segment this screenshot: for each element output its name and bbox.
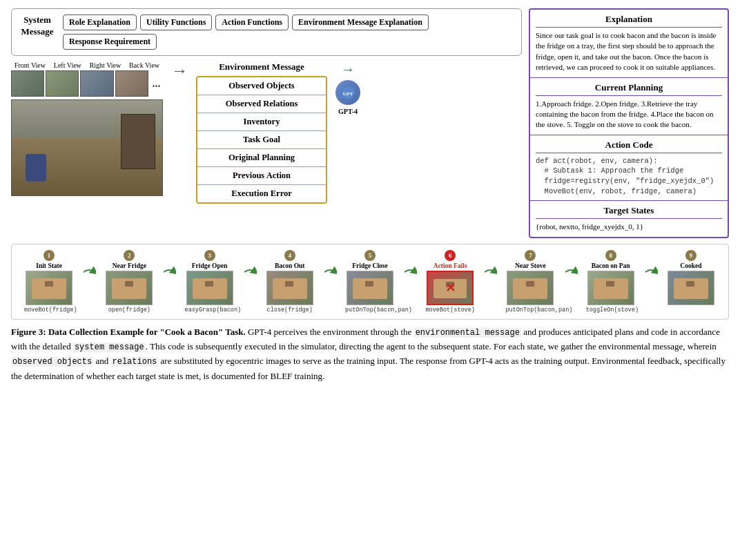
env-item-execution-error: Execution Error <box>197 185 326 202</box>
back-view-thumb <box>115 70 148 97</box>
step-item-8: 8Bacon on PantoggleOn(stove) <box>578 250 644 313</box>
right-panel: Explanation Since our task goal is to co… <box>529 8 729 238</box>
explanation-title: Explanation <box>536 14 722 28</box>
sequence-section: 1Init StatemoveBot(fridge)2Near Fridgeop… <box>11 244 729 320</box>
view-thumbnails: ... <box>11 70 163 97</box>
step-number-5: 5 <box>364 250 376 261</box>
step-label-4: Bacon Out <box>275 262 305 269</box>
step-action-8: toggleOn(stove) <box>586 307 636 313</box>
step-number-2: 2 <box>124 250 135 261</box>
step-action-1: moveBot(fridge) <box>24 307 74 313</box>
top-section: System Message Role Explanation Utility … <box>11 8 729 238</box>
step-number-4: 4 <box>284 250 295 261</box>
step-thumb-9 <box>668 271 714 305</box>
step-number-1: 1 <box>43 250 55 261</box>
gpt-arrow-col: → GPT GPT-4 <box>333 61 363 115</box>
step-arrow-5 <box>403 265 417 279</box>
camera-views: Front View Left View Right View Back Vie… <box>11 61 163 196</box>
front-view-thumb <box>11 70 44 97</box>
left-column: System Message Role Explanation Utility … <box>11 8 522 238</box>
btn-utility-functions[interactable]: Utility Functions <box>140 15 212 30</box>
system-message-label: System Message <box>17 15 57 50</box>
step-action-4: close(fridge) <box>267 307 313 313</box>
step-arrow-3 <box>243 265 257 279</box>
btn-env-message-explanation[interactable]: Environment Message Explanation <box>292 15 429 30</box>
step-thumb-1 <box>26 271 72 305</box>
step-item-7: 7Near StoveputOnTop(bacon,pan) <box>497 250 563 313</box>
step-thumb-3 <box>186 271 233 305</box>
step-item-1: 1Init StatemoveBot(fridge) <box>16 250 82 313</box>
figure-caption: Figure 3: Data Collection Example for "C… <box>11 325 729 383</box>
explanation-body: Since our task goal is to cook bacon and… <box>536 30 722 73</box>
step-label-9: Cooked <box>680 262 701 269</box>
step-number-9: 9 <box>685 250 697 261</box>
action-code-title: Action Code <box>536 139 722 153</box>
fail-x-mark: ✕ <box>445 280 456 296</box>
step-label-6: Action Fails <box>434 262 467 269</box>
front-view-label: Front View <box>14 61 46 69</box>
left-view-thumb <box>46 70 79 97</box>
step-number-8: 8 <box>605 250 616 261</box>
step-action-7: putOnTop(bacon,pan) <box>505 307 555 313</box>
sequence-steps: 1Init StatemoveBot(fridge)2Near Fridgeop… <box>16 250 724 313</box>
step-action-5: putOnTop(bacon,pan) <box>345 307 395 313</box>
environment-section: Front View Left View Right View Back Vie… <box>11 61 522 204</box>
env-item-task-goal: Task Goal <box>197 131 326 149</box>
main-view-inner <box>12 100 162 195</box>
step-arrow-1 <box>82 265 96 279</box>
caption-bold: Data Collection Example for "Cook a Baco… <box>46 327 246 337</box>
current-planning-body: 1.Approach fridge. 2.Open fridge. 3.Retr… <box>536 99 722 131</box>
action-code-section: Action Code def act(robot, env, camera):… <box>530 135 728 202</box>
step-item-2: 2Near Fridgeopen(fridge) <box>96 250 162 313</box>
step-thumb-5 <box>347 271 393 305</box>
figure-label: Figure 3: <box>11 327 46 337</box>
step-item-9: 9Cooked <box>658 250 724 305</box>
btn-action-functions[interactable]: Action Functions <box>215 15 289 30</box>
btn-response-requirement[interactable]: Response Requirement <box>63 34 157 50</box>
step-item-3: 3Fridge OpeneasyGrasp(bacon) <box>176 250 242 313</box>
step-label-2: Near Fridge <box>113 262 146 269</box>
env-items-list: Observed Objects Observed Relations Inve… <box>196 76 327 204</box>
caption-code3: observed objects <box>11 357 93 367</box>
room-robot <box>26 154 46 182</box>
environment-message-box: Environment Message Observed Objects Obs… <box>196 61 327 204</box>
target-states-body: {robot, nextto, fridge_xyejdx_0, 1} <box>536 222 722 232</box>
step-action-6: moveBot(stove) <box>425 307 474 313</box>
step-arrow-6 <box>483 265 497 279</box>
explanation-section: Explanation Since our task goal is to co… <box>530 10 728 78</box>
back-view-label: Back View <box>129 61 159 69</box>
right-view-thumb <box>80 70 113 97</box>
step-number-6: 6 <box>445 250 456 261</box>
caption-code1: environmental message <box>414 328 521 338</box>
step-thumb-2 <box>106 271 153 305</box>
gpt-label: GPT-4 <box>338 108 358 115</box>
step-label-3: Fridge Open <box>192 262 227 269</box>
btn-role-explanation[interactable]: Role Explanation <box>63 15 137 30</box>
step-label-1: Init State <box>36 262 62 269</box>
step-arrow-2 <box>162 265 176 279</box>
current-planning-title: Current Planning <box>536 82 722 96</box>
right-view-label: Right View <box>90 61 121 69</box>
step-thumb-4 <box>266 271 313 305</box>
system-message-box: System Message Role Explanation Utility … <box>11 8 522 56</box>
env-message-title: Environment Message <box>196 61 327 73</box>
env-item-observed-relations: Observed Relations <box>197 95 326 113</box>
left-to-env-arrow: → <box>168 61 191 80</box>
step-number-7: 7 <box>525 250 536 261</box>
step-arrow-4 <box>323 265 337 279</box>
env-item-inventory: Inventory <box>197 113 326 131</box>
caption-code4: relations <box>111 357 159 367</box>
step-action-3: easyGrasp(bacon) <box>185 307 235 313</box>
room-cabinet <box>121 114 155 169</box>
step-thumb-7 <box>507 271 554 305</box>
step-item-6: 6Action Fails✕moveBot(stove) <box>417 250 483 313</box>
caption-text3: . This code is subsequently executed in … <box>146 341 717 351</box>
caption-code2: system message <box>73 342 146 352</box>
left-view-label: Left View <box>54 61 81 69</box>
svg-text:GPT: GPT <box>343 91 353 97</box>
step-thumb-8 <box>587 271 634 305</box>
action-code-body: def act(robot, env, camera): # Subtask 1… <box>536 156 722 197</box>
gpt-icon: GPT <box>335 80 360 105</box>
step-label-7: Near Stove <box>515 262 545 269</box>
view-labels: Front View Left View Right View Back Vie… <box>11 61 163 69</box>
